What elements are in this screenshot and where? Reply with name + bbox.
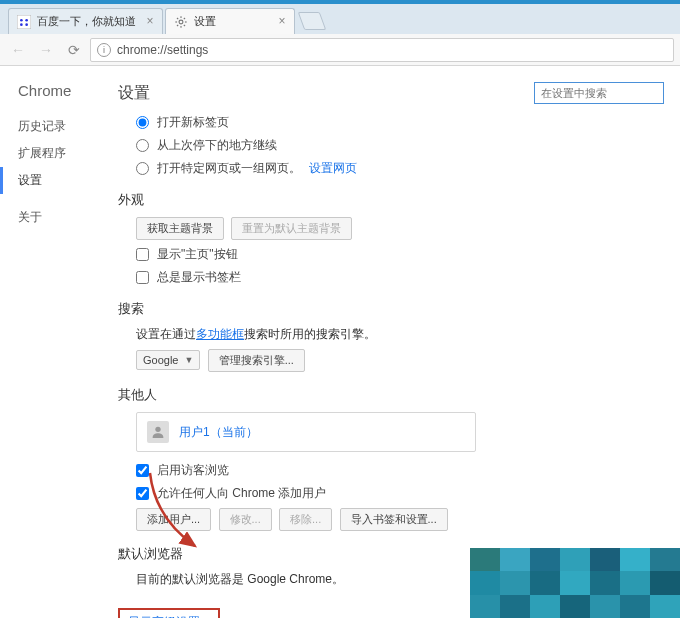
baidu-favicon xyxy=(17,15,31,29)
sidebar-item-history[interactable]: 历史记录 xyxy=(18,113,110,140)
tab-label: 百度一下，你就知道 xyxy=(37,14,136,29)
startup-continue-radio[interactable]: 从上次停下的地方继续 xyxy=(136,137,664,154)
sidebar-item-about[interactable]: 关于 xyxy=(18,204,110,231)
sidebar-item-extensions[interactable]: 扩展程序 xyxy=(18,140,110,167)
svg-point-14 xyxy=(155,427,160,432)
edit-user-button: 修改... xyxy=(219,508,272,531)
forward-button[interactable]: → xyxy=(34,38,58,62)
back-button[interactable]: ← xyxy=(6,38,30,62)
show-bookmarks-checkbox[interactable]: 总是显示书签栏 xyxy=(136,269,664,286)
appearance-heading: 外观 xyxy=(118,191,664,209)
address-text: chrome://settings xyxy=(117,43,208,57)
people-heading: 其他人 xyxy=(118,386,664,404)
sidebar: Chrome 历史记录 扩展程序 设置 关于 xyxy=(0,66,110,618)
tab-strip: 百度一下，你就知道 × 设置 × xyxy=(0,4,680,34)
tab-label: 设置 xyxy=(194,14,216,29)
close-icon[interactable]: × xyxy=(276,15,288,27)
set-pages-link[interactable]: 设置网页 xyxy=(309,160,357,177)
import-bookmarks-button[interactable]: 导入书签和设置... xyxy=(340,508,448,531)
main-panel: 设置 打开新标签页 从上次停下的地方继续 打开特定网页或一组网页。 设置网页 外… xyxy=(110,66,680,618)
search-heading: 搜索 xyxy=(118,300,664,318)
tab-baidu[interactable]: 百度一下，你就知道 × xyxy=(8,8,163,34)
section-people: 其他人 用户1（当前） 启用访客浏览 允许任何人向 Chrome 添加用户 添加… xyxy=(118,386,664,531)
brand-label: Chrome xyxy=(18,82,110,99)
section-search: 搜索 设置在通过多功能框搜索时所用的搜索引擎。 Google▼ 管理搜索引擎..… xyxy=(118,300,664,372)
svg-point-2 xyxy=(25,18,28,21)
username-label: 用户1（当前） xyxy=(179,424,258,441)
chevron-down-icon: ▼ xyxy=(184,355,193,365)
allow-add-user-checkbox[interactable]: 允许任何人向 Chrome 添加用户 xyxy=(136,485,664,502)
svg-line-11 xyxy=(184,24,185,25)
startup-specific-radio[interactable]: 打开特定网页或一组网页。 设置网页 xyxy=(136,160,664,177)
new-tab-button[interactable] xyxy=(298,12,327,30)
settings-search-input[interactable] xyxy=(534,82,664,104)
toolbar: ← → ⟳ i chrome://settings xyxy=(0,34,680,66)
search-description: 设置在通过多功能框搜索时所用的搜索引擎。 xyxy=(136,326,664,343)
omnibox-link[interactable]: 多功能框 xyxy=(196,327,244,341)
sidebar-item-settings[interactable]: 设置 xyxy=(0,167,110,194)
search-engine-select[interactable]: Google▼ xyxy=(136,350,200,370)
tab-settings[interactable]: 设置 × xyxy=(165,8,295,34)
section-startup: 打开新标签页 从上次停下的地方继续 打开特定网页或一组网页。 设置网页 xyxy=(118,114,664,177)
current-user-box[interactable]: 用户1（当前） xyxy=(136,412,476,452)
manage-search-engines-button[interactable]: 管理搜索引擎... xyxy=(208,349,305,372)
reload-button[interactable]: ⟳ xyxy=(62,38,86,62)
startup-newtab-radio[interactable]: 打开新标签页 xyxy=(136,114,664,131)
show-home-checkbox[interactable]: 显示"主页"按钮 xyxy=(136,246,664,263)
avatar-icon xyxy=(147,421,169,443)
svg-point-1 xyxy=(20,18,23,21)
reset-theme-button: 重置为默认主题背景 xyxy=(231,217,352,240)
guest-browsing-checkbox[interactable]: 启用访客浏览 xyxy=(136,462,664,479)
svg-point-3 xyxy=(20,23,23,26)
svg-point-5 xyxy=(179,20,183,24)
close-icon[interactable]: × xyxy=(144,15,156,27)
obscured-region xyxy=(470,548,680,618)
svg-line-12 xyxy=(184,17,185,18)
advanced-highlight-box: 显示高级设置... xyxy=(118,608,220,618)
svg-point-4 xyxy=(25,23,28,26)
page-title: 设置 xyxy=(118,82,664,104)
remove-user-button: 移除... xyxy=(279,508,332,531)
add-user-button[interactable]: 添加用户... xyxy=(136,508,211,531)
gear-icon xyxy=(174,15,188,29)
svg-line-13 xyxy=(177,24,178,25)
section-appearance: 外观 获取主题背景 重置为默认主题背景 显示"主页"按钮 总是显示书签栏 xyxy=(118,191,664,286)
address-bar[interactable]: i chrome://settings xyxy=(90,38,674,62)
info-icon[interactable]: i xyxy=(97,43,111,57)
svg-rect-0 xyxy=(17,15,31,29)
get-theme-button[interactable]: 获取主题背景 xyxy=(136,217,224,240)
svg-line-10 xyxy=(177,17,178,18)
